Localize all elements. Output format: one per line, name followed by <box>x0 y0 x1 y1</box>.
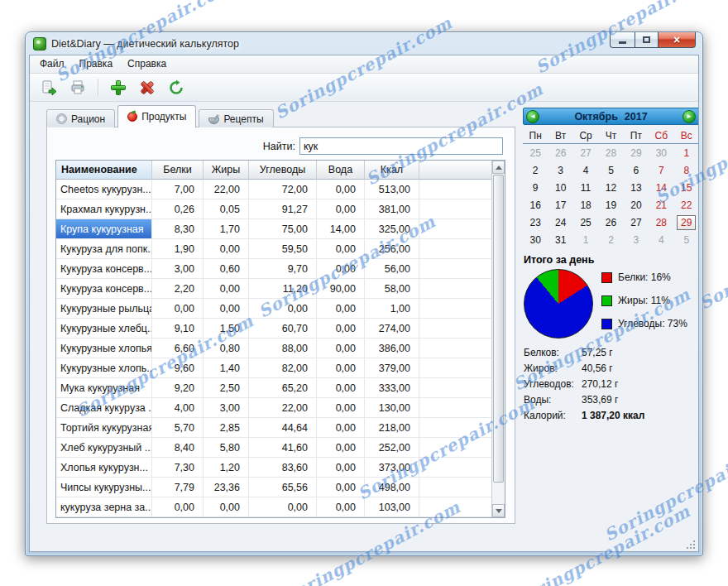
cell-protein[interactable]: 3,00 <box>152 259 204 279</box>
print-button[interactable] <box>67 77 89 98</box>
cell-name[interactable]: Кукурузные хлопь... <box>56 358 152 378</box>
cell-carbs[interactable]: 0,00 <box>249 299 317 319</box>
minimize-button[interactable] <box>610 32 635 48</box>
cell-protein[interactable]: 0,26 <box>152 199 204 219</box>
cell-carbs[interactable]: 59,50 <box>249 239 317 259</box>
cell-fat[interactable]: 0,00 <box>204 299 249 319</box>
cell-kcal[interactable]: 333,00 <box>365 378 419 398</box>
table-row[interactable]: Чипсы кукурузны... 7,79 23,36 65,56 0,00… <box>56 478 505 497</box>
cell-name[interactable]: Кукуруза для попк... <box>56 239 152 259</box>
calendar-day[interactable]: 1 <box>573 231 598 248</box>
calendar-day[interactable]: 27 <box>624 214 649 231</box>
calendar-day[interactable]: 30 <box>649 144 673 161</box>
cell-protein[interactable]: 8,40 <box>152 438 204 458</box>
column-header-protein[interactable]: Белки <box>152 161 204 180</box>
cell-kcal[interactable]: 325,00 <box>365 219 419 239</box>
cell-water[interactable]: 0,00 <box>317 458 365 478</box>
calendar-day[interactable]: 1 <box>674 144 699 161</box>
calendar-day[interactable]: 27 <box>573 144 598 161</box>
cell-carbs[interactable]: 83,60 <box>249 458 317 478</box>
add-button[interactable] <box>108 77 129 98</box>
refresh-button[interactable] <box>165 77 187 98</box>
cell-carbs[interactable]: 65,56 <box>249 478 317 497</box>
cell-name[interactable]: Сладкая кукуруза ... <box>56 398 152 418</box>
cell-kcal[interactable]: 498,00 <box>365 478 419 497</box>
menu-item[interactable]: Файл <box>32 55 72 73</box>
cell-kcal[interactable]: 103,00 <box>365 497 419 517</box>
delete-button[interactable] <box>136 77 158 98</box>
search-input[interactable] <box>299 137 503 155</box>
table-row[interactable]: Хлеб кукурузный ... 8,40 5,80 41,60 0,00… <box>56 438 505 458</box>
vertical-scrollbar[interactable] <box>491 161 505 517</box>
cell-name[interactable]: Крахмал кукурузн... <box>56 199 152 219</box>
calendar-day[interactable]: 5 <box>598 161 623 179</box>
calendar-day[interactable]: 4 <box>649 231 673 248</box>
cell-protein[interactable]: 9,20 <box>152 378 204 398</box>
cell-fat[interactable]: 2,85 <box>204 418 249 438</box>
cell-kcal[interactable]: 56,00 <box>365 259 419 279</box>
calendar-day[interactable]: 30 <box>523 231 548 248</box>
cell-water[interactable]: 0,00 <box>317 478 365 497</box>
cell-protein[interactable]: 0,00 <box>152 299 204 319</box>
cell-water[interactable]: 0,00 <box>317 180 365 199</box>
calendar-day[interactable]: 11 <box>573 179 598 196</box>
tab-ration[interactable]: Рацион <box>46 109 115 127</box>
cell-name[interactable]: Чипсы кукурузны... <box>56 478 152 497</box>
maximize-button[interactable] <box>635 32 659 48</box>
calendar-day[interactable]: 14 <box>649 179 673 196</box>
table-row[interactable]: Мука кукурузная 9,20 2,50 65,20 0,00 333… <box>56 378 505 398</box>
table-row[interactable]: Кукуруза консерв... 3,00 0,60 9,70 0,00 … <box>56 259 505 279</box>
calendar-day[interactable]: 18 <box>573 196 598 214</box>
cell-name[interactable]: Кукуруза консерв... <box>56 259 152 279</box>
cell-name[interactable]: Крупа кукурузная <box>56 219 152 239</box>
table-row[interactable]: Кукурузные хлебц... 9,10 1,50 60,70 0,00… <box>56 319 505 339</box>
tab-recipes[interactable]: Рецепты <box>199 109 273 127</box>
cell-carbs[interactable]: 82,00 <box>249 358 317 378</box>
cell-name[interactable]: Кукурузные рыльца <box>56 299 152 319</box>
calendar-day[interactable]: 17 <box>548 196 572 214</box>
cell-kcal[interactable]: 513,00 <box>365 180 419 199</box>
table-row[interactable]: Хлопья кукурузн... 7,30 1,20 83,60 0,00 … <box>56 458 505 478</box>
calendar-day[interactable]: 31 <box>548 231 572 248</box>
calendar-day[interactable]: 7 <box>649 161 673 179</box>
column-header-carbs[interactable]: Углеводы <box>249 161 317 180</box>
cell-fat[interactable]: 3,00 <box>204 398 249 418</box>
cell-carbs[interactable]: 0,00 <box>249 497 317 517</box>
calendar-day[interactable]: 2 <box>523 161 548 179</box>
cell-carbs[interactable]: 41,60 <box>249 438 317 458</box>
cell-fat[interactable]: 0,00 <box>204 497 249 517</box>
close-button[interactable]: × <box>659 32 696 48</box>
cell-name[interactable]: Кукурузные хлебц... <box>56 319 152 339</box>
cell-name[interactable]: Хлопья кукурузн... <box>56 458 152 478</box>
cell-water[interactable]: 0,00 <box>317 339 365 358</box>
column-header-fat[interactable]: Жиры <box>204 161 249 180</box>
calendar-day[interactable]: 26 <box>598 214 623 231</box>
cell-name[interactable]: Тортийя кукурузная <box>56 418 152 438</box>
cell-carbs[interactable]: 9,70 <box>249 259 317 279</box>
resize-grip[interactable] <box>686 540 695 549</box>
cell-protein[interactable]: 1,90 <box>152 239 204 259</box>
column-header-kcal[interactable]: Ккал <box>365 161 419 180</box>
cell-kcal[interactable]: 58,00 <box>365 279 419 299</box>
cell-name[interactable]: Хлеб кукурузный ... <box>56 438 152 458</box>
cell-carbs[interactable]: 60,70 <box>249 319 317 339</box>
menu-item[interactable]: Справка <box>120 55 174 73</box>
calendar-day[interactable]: 20 <box>624 196 649 214</box>
table-row[interactable]: Cheetos кукурузн... 7,00 22,00 72,00 0,0… <box>56 180 505 199</box>
cell-kcal[interactable]: 381,00 <box>365 199 419 219</box>
cell-water[interactable]: 0,00 <box>317 199 365 219</box>
cell-kcal[interactable]: 274,00 <box>365 319 419 339</box>
cell-carbs[interactable]: 72,00 <box>249 180 317 199</box>
table-row[interactable]: Сладкая кукуруза ... 4,00 3,00 22,00 0,0… <box>56 398 505 418</box>
cell-water[interactable]: 0,00 <box>317 259 365 279</box>
scroll-down-button[interactable] <box>492 504 505 517</box>
calendar-day[interactable]: 28 <box>598 144 623 161</box>
calendar-day[interactable]: 29 <box>674 214 699 231</box>
column-header-water[interactable]: Вода <box>317 161 365 180</box>
prev-month-button[interactable]: ◄ <box>526 110 539 123</box>
cell-water[interactable]: 90,00 <box>317 279 365 299</box>
calendar-day[interactable]: 25 <box>573 214 598 231</box>
cell-fat[interactable]: 0,80 <box>204 339 249 358</box>
cell-protein[interactable]: 5,70 <box>152 418 204 438</box>
cell-name[interactable]: Cheetos кукурузн... <box>56 180 152 199</box>
